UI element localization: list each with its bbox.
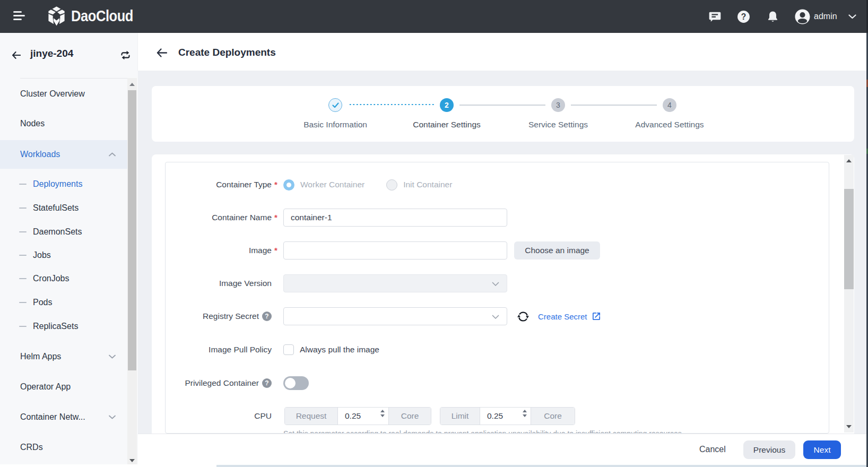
create-secret-link[interactable]: Create Secret <box>538 312 601 321</box>
choose-image-button[interactable]: Choose an image <box>514 241 600 260</box>
image-label: Image <box>166 241 272 260</box>
daocloud-cube-icon <box>47 6 66 26</box>
help-icon[interactable]: ? <box>736 0 750 33</box>
message-icon[interactable] <box>708 0 722 33</box>
previous-button[interactable]: Previous <box>743 440 795 459</box>
sidebar-item-daemonsets[interactable]: DaemonSets <box>0 220 127 244</box>
chevron-down-icon <box>109 354 116 359</box>
increment-icon[interactable] <box>523 410 527 412</box>
image-pull-policy-label: Image Pull Policy <box>166 341 272 359</box>
notification-bell-icon[interactable] <box>765 0 780 33</box>
external-link-icon <box>592 312 601 321</box>
sidebar-item-nodes[interactable]: Nodes <box>0 109 127 138</box>
sidebar-scrollbar[interactable] <box>127 78 137 464</box>
stepper-connector <box>571 105 657 106</box>
scroll-down-icon[interactable] <box>129 459 135 462</box>
sidebar: jinye-204 Cluster Overview Nodes Workloa… <box>0 33 138 464</box>
scroll-down-icon[interactable] <box>846 425 852 428</box>
brand-logo[interactable]: DaoCloud <box>47 6 142 26</box>
cpu-request-group: Request 0.25 Core <box>284 407 431 425</box>
init-container-radio[interactable] <box>386 179 397 191</box>
cpu-hint-text: Set this parameter according to real dem… <box>283 429 684 434</box>
increment-icon[interactable] <box>380 410 385 412</box>
chevron-down-icon <box>109 415 116 419</box>
container-type-label: Container Type <box>166 176 272 194</box>
stepper-connector-done <box>349 103 434 106</box>
always-pull-checkbox[interactable] <box>283 344 294 355</box>
form-row-container-name: Container Name * <box>166 209 829 227</box>
cluster-name[interactable]: jinye-204 <box>30 48 73 59</box>
sidebar-item-crds[interactable]: CRDs <box>0 433 127 462</box>
step-2-circle[interactable]: 2 <box>440 98 454 112</box>
container-name-input[interactable] <box>283 209 507 227</box>
form-row-container-type: Container Type * Worker Container Init C… <box>166 176 829 194</box>
next-button[interactable]: Next <box>803 440 841 459</box>
privileged-toggle[interactable] <box>283 376 309 390</box>
init-container-radio-label[interactable]: Init Container <box>403 180 452 189</box>
registry-secret-label: Registry Secret? <box>166 307 272 325</box>
sidebar-item-cronjobs[interactable]: CronJobs <box>0 267 127 290</box>
dash-icon <box>19 278 27 280</box>
sidebar-item-statefulsets[interactable]: StatefulSets <box>0 196 127 220</box>
main-scrollbar[interactable] <box>844 155 854 433</box>
page-back-icon[interactable] <box>157 48 167 57</box>
sidebar-item-pods[interactable]: Pods <box>0 291 127 314</box>
stepper-card: 2 3 4 Basic Information Container Settin… <box>152 86 854 142</box>
required-asterisk: * <box>274 213 277 222</box>
sidebar-scrollbar-thumb[interactable] <box>128 90 136 370</box>
step-1-circle[interactable] <box>328 98 342 112</box>
sidebar-item-deployments[interactable]: Deployments <box>0 172 127 196</box>
worker-container-radio-label[interactable]: Worker Container <box>300 180 364 189</box>
sidebar-item-helm-apps[interactable]: Helm Apps <box>0 342 127 371</box>
scroll-up-icon[interactable] <box>129 83 135 86</box>
user-name[interactable]: admin <box>814 0 837 33</box>
cpu-limit-input[interactable]: 0.25 <box>480 408 531 425</box>
user-menu-chevron-icon[interactable] <box>847 0 857 33</box>
help-question-icon[interactable]: ? <box>262 378 272 388</box>
step-4-circle[interactable]: 4 <box>663 98 676 112</box>
worker-container-radio[interactable] <box>283 179 294 191</box>
privileged-container-label: Privileged Container? <box>166 374 272 392</box>
sidebar-item-jobs[interactable]: Jobs <box>0 244 127 267</box>
sidebar-item-cluster-overview[interactable]: Cluster Overview <box>0 80 127 108</box>
form-row-privileged-container: Privileged Container? <box>166 374 829 392</box>
decrement-icon[interactable] <box>523 414 527 417</box>
cancel-button[interactable]: Cancel <box>693 440 732 459</box>
sidebar-item-replicasets[interactable]: ReplicaSets <box>0 315 127 338</box>
step-3-circle[interactable]: 3 <box>551 98 565 112</box>
user-avatar[interactable] <box>794 0 811 33</box>
dash-icon <box>19 302 27 304</box>
step-4-label: Advanced Settings <box>611 120 728 129</box>
decrement-icon[interactable] <box>380 414 385 417</box>
check-icon <box>332 102 339 108</box>
required-asterisk: * <box>274 180 277 189</box>
refresh-icon[interactable] <box>517 311 529 322</box>
hamburger-menu-icon[interactable] <box>13 11 25 21</box>
brand-name: DaoCloud <box>71 7 133 25</box>
sidebar-back-icon[interactable] <box>12 51 21 59</box>
registry-secret-select[interactable] <box>283 307 507 325</box>
sidebar-item-workloads[interactable]: Workloads <box>0 140 127 169</box>
sidebar-item-operator-app[interactable]: Operator App <box>0 373 127 401</box>
dash-icon <box>19 326 27 327</box>
switch-cluster-icon[interactable] <box>120 50 131 60</box>
image-version-label: Image Version <box>166 274 272 292</box>
always-pull-checkbox-label[interactable]: Always pull the image <box>300 345 379 354</box>
cpu-request-input[interactable]: 0.25 <box>337 408 389 425</box>
dash-icon <box>19 231 27 233</box>
top-navigation-bar: DaoCloud ? admin <box>0 0 868 33</box>
chevron-down-icon <box>492 315 499 319</box>
help-question-icon[interactable]: ? <box>262 312 272 321</box>
image-version-select[interactable] <box>283 274 507 292</box>
sidebar-item-container-network[interactable]: Container Netw... <box>0 403 127 431</box>
sidebar-header: jinye-204 <box>0 33 138 78</box>
cpu-limit-unit: Core <box>531 408 575 425</box>
main-scrollbar-thumb[interactable] <box>844 189 854 289</box>
page-title: Create Deployments <box>178 47 276 58</box>
step-2-label: Container Settings <box>388 120 505 129</box>
chevron-down-icon <box>492 282 499 287</box>
scroll-up-icon[interactable] <box>846 159 852 162</box>
image-input[interactable] <box>283 241 507 260</box>
cpu-label: CPU <box>166 407 272 425</box>
step-1-label: Basic Information <box>277 120 394 129</box>
